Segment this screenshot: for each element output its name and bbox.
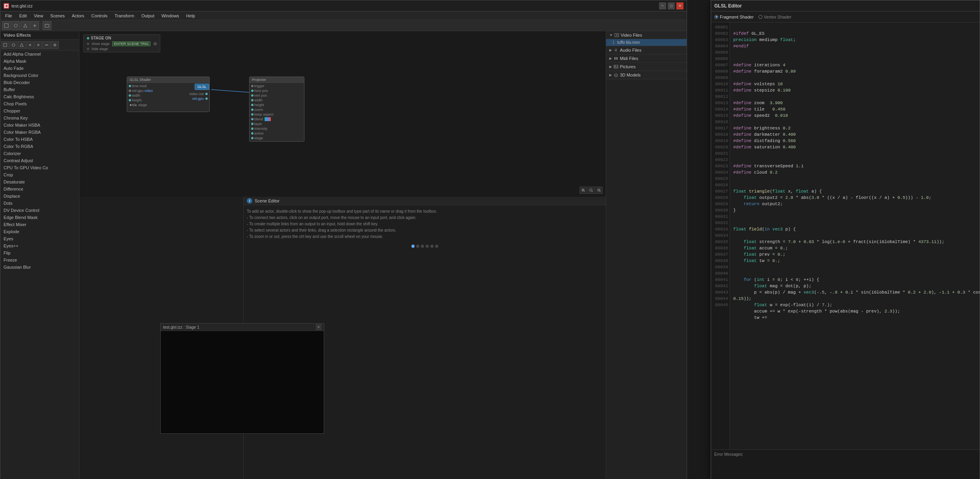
- port-intensity-dot[interactable]: [251, 127, 253, 130]
- effect-tool-1[interactable]: [1, 41, 9, 49]
- 3d-models-header[interactable]: ▶ 3D Models: [606, 71, 687, 79]
- effect-edge-blend[interactable]: Edge Blend Mask: [0, 214, 79, 221]
- zoom-out-button[interactable]: [595, 187, 603, 194]
- effect-effect-mixer[interactable]: Effect Mixer: [0, 221, 79, 228]
- scene-editor-header: i Scene Editor: [244, 197, 606, 205]
- menu-transform[interactable]: Transform: [111, 13, 137, 19]
- effect-color-to-rgba[interactable]: Color To RGBA: [0, 143, 79, 150]
- menu-help[interactable]: Help: [183, 13, 199, 19]
- svg-rect-34: [614, 57, 616, 60]
- vertex-shader-tab[interactable]: Vertex Shader: [758, 15, 792, 19]
- midi-files-chevron: ▶: [609, 56, 612, 60]
- port-keepaspect-dot[interactable]: [251, 113, 253, 116]
- trigger-port[interactable]: [154, 42, 157, 45]
- port-active-dot[interactable]: [251, 132, 253, 135]
- effect-color-maker-hsba[interactable]: Color Maker HSBA: [0, 122, 79, 129]
- port-layer-dot[interactable]: [251, 123, 253, 125]
- effect-dots[interactable]: Dots: [0, 200, 79, 207]
- effect-colorizer[interactable]: Colorizer: [0, 150, 79, 157]
- menu-controls[interactable]: Controls: [88, 13, 111, 19]
- video-file-item-1[interactable]: 1 tuffo blu.mov: [606, 39, 687, 46]
- preview-close-button[interactable]: ✕: [316, 324, 321, 330]
- effect-crop[interactable]: Crop: [0, 171, 79, 178]
- port-dot-time[interactable]: [129, 85, 131, 87]
- effect-chopper[interactable]: Chopper: [0, 107, 79, 114]
- effect-eyes[interactable]: Eyes: [0, 235, 79, 242]
- port-dot-vidgpu[interactable]: [129, 90, 131, 92]
- zoom-in-button[interactable]: [580, 187, 587, 194]
- zoom-reset-button[interactable]: [588, 187, 595, 194]
- port-out-vidgpu[interactable]: [205, 97, 208, 100]
- effect-tool-4[interactable]: [26, 41, 34, 49]
- effect-difference[interactable]: Difference: [0, 185, 79, 193]
- close-button[interactable]: ✕: [676, 2, 683, 9]
- video-files-header[interactable]: ▼ Video Files: [606, 31, 687, 39]
- port-zoom-dot[interactable]: [251, 109, 253, 111]
- pictures-header[interactable]: ▶ Pictures: [606, 63, 687, 71]
- effect-tool-3[interactable]: [18, 41, 26, 49]
- effect-color-to-hsba[interactable]: Color To HSBA: [0, 136, 79, 143]
- port-horzpos-dot[interactable]: [251, 90, 253, 92]
- stage-on-indicator: [87, 37, 89, 39]
- effect-auto-fade[interactable]: Auto Fade: [0, 65, 79, 72]
- port-dot-height[interactable]: [129, 99, 131, 101]
- node-canvas[interactable]: STAGE ON show stage ENTER SCENE TRIG hid…: [79, 31, 606, 197]
- show-stage-row: show stage ENTER SCENE TRIG: [87, 41, 157, 46]
- effect-tool-5[interactable]: [34, 41, 42, 49]
- effect-contrast-adjust[interactable]: Contrast Adjust: [0, 157, 79, 164]
- port-blend-dot[interactable]: [251, 118, 253, 120]
- code-content[interactable]: #ifdef GL_ES precision mediump float; #e…: [730, 22, 980, 449]
- menu-file[interactable]: File: [2, 13, 15, 19]
- fragment-shader-radio[interactable]: [714, 15, 718, 19]
- effect-eyespp[interactable]: Eyes++: [0, 242, 79, 249]
- effect-chroma-key[interactable]: Chroma Key: [0, 114, 79, 122]
- effect-freeze[interactable]: Freeze: [0, 256, 79, 264]
- midi-files-header[interactable]: ▶ Midi Files: [606, 54, 687, 62]
- vertex-shader-radio[interactable]: [758, 15, 762, 19]
- effect-chop-pixels[interactable]: Chop Pixels: [0, 100, 79, 107]
- effect-calc-brightness[interactable]: Calc Brightness: [0, 93, 79, 100]
- port-dot-width[interactable]: [129, 94, 131, 97]
- port-height-dot[interactable]: [251, 104, 253, 106]
- effect-flip[interactable]: Flip: [0, 249, 79, 256]
- port-stage-dot[interactable]: [251, 137, 253, 139]
- effect-background-color[interactable]: Background Color: [0, 72, 79, 79]
- port-vertpos-dot[interactable]: [251, 94, 253, 97]
- toolbar-btn-1[interactable]: [2, 21, 11, 30]
- menu-windows[interactable]: Windows: [158, 13, 182, 19]
- menu-edit[interactable]: Edit: [16, 13, 30, 19]
- effect-tool-settings[interactable]: [51, 41, 59, 49]
- port-trigger-dot[interactable]: [251, 85, 253, 87]
- port-out-video[interactable]: [205, 93, 208, 95]
- menu-scenes[interactable]: Scenes: [47, 13, 68, 19]
- effect-blob-decoder[interactable]: Blob Decoder: [0, 79, 79, 86]
- audio-files-header[interactable]: ▶ Audio Files: [606, 46, 687, 54]
- effect-tool-2[interactable]: [9, 41, 17, 49]
- code-editor[interactable]: 00001 00002 00003 00004 00005 00006 0000…: [711, 22, 980, 449]
- minimize-button[interactable]: −: [659, 2, 666, 9]
- fragment-shader-tab[interactable]: Fragment Shader: [714, 15, 754, 19]
- effect-dv-device[interactable]: DV Device Control: [0, 207, 79, 214]
- effect-alpha-mask[interactable]: Alpha Mask: [0, 58, 79, 65]
- toolbar-btn-3[interactable]: [21, 21, 30, 30]
- glsl-port-height: height: [127, 98, 154, 103]
- effect-buffer[interactable]: Buffer: [0, 86, 79, 93]
- toolbar-btn-2[interactable]: [11, 21, 20, 30]
- maximize-button[interactable]: □: [668, 2, 675, 9]
- port-width-dot[interactable]: [251, 99, 253, 101]
- effect-cpu-gpu[interactable]: CPU To GPU Video Co: [0, 164, 79, 171]
- effect-tool-6[interactable]: [43, 41, 51, 49]
- toolbar-btn-4[interactable]: [30, 21, 39, 30]
- pictures-section: ▶ Pictures: [606, 63, 687, 71]
- effect-displace[interactable]: Displace: [0, 193, 79, 200]
- menu-view[interactable]: View: [31, 13, 47, 19]
- menu-output[interactable]: Output: [138, 13, 158, 19]
- effect-add-alpha[interactable]: Add Alpha Channel: [0, 51, 79, 58]
- toolbar-btn-5[interactable]: [43, 21, 51, 30]
- video-files-label: Video Files: [621, 33, 642, 37]
- menu-actors[interactable]: Actors: [69, 13, 87, 19]
- effect-color-maker-rgba[interactable]: Color Maker RGBA: [0, 129, 79, 136]
- effect-desaturate[interactable]: Desaturate: [0, 178, 79, 185]
- effect-gaussian-blur[interactable]: Gaussian Blur: [0, 264, 79, 271]
- effect-explode[interactable]: Explode: [0, 228, 79, 235]
